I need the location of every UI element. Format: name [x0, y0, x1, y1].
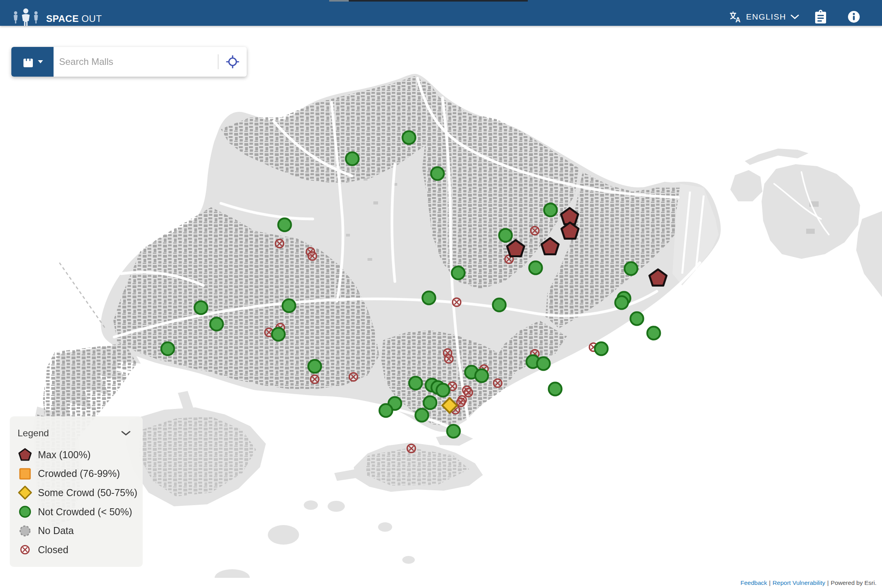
feedback-link[interactable]: Feedback — [740, 579, 767, 586]
search-widget — [11, 47, 247, 77]
mall-marker-closed[interactable] — [276, 240, 284, 248]
diamond-legend-icon — [18, 485, 32, 500]
legend-item-label: Some Crowd (50-75%) — [38, 487, 137, 498]
caret-down-icon — [38, 60, 43, 63]
info-icon — [848, 11, 860, 23]
mall-marker-not_crowded[interactable] — [647, 327, 660, 340]
mall-marker-not_crowded[interactable] — [615, 296, 628, 309]
mall-marker-not_crowded[interactable] — [499, 229, 512, 242]
chevron-down-icon — [791, 14, 799, 19]
translate-icon: A — [729, 11, 742, 23]
mall-marker-closed[interactable] — [311, 375, 319, 384]
navbar: SPACEOUT A ENGLISH — [0, 0, 882, 26]
legend-item-label: Max (100%) — [38, 449, 91, 461]
legend-item: Not Crowded (< 50%) — [18, 502, 143, 522]
mall-marker-not_crowded[interactable] — [380, 404, 393, 417]
powered-by-text: Powered by Esri. — [831, 579, 877, 586]
legend-item-label: Crowded (76-99%) — [38, 468, 120, 479]
attribution-separator: | — [769, 579, 771, 586]
search-input[interactable] — [54, 47, 218, 77]
app-title: SPACEOUT — [46, 13, 102, 27]
circle-legend-icon — [18, 504, 32, 519]
mall-marker-not_crowded[interactable] — [210, 318, 223, 331]
mall-marker-not_crowded[interactable] — [423, 292, 436, 305]
legend-item-label: Not Crowded (< 50%) — [38, 506, 132, 518]
legend-items: Max (100%)Crowded (76-99%)Some Crowd (50… — [18, 445, 143, 559]
mall-marker-not_crowded[interactable] — [346, 152, 359, 165]
language-label: ENGLISH — [746, 12, 786, 22]
mall-marker-not_crowded[interactable] — [437, 384, 450, 397]
circle-dashed-legend-icon — [18, 523, 32, 538]
closed-legend-icon — [18, 542, 32, 557]
clipboard-icon — [814, 10, 827, 24]
report-vulnerability-link[interactable]: Report Vulnerability — [773, 579, 825, 586]
people-logo-icon — [12, 7, 40, 27]
legend-item: Crowded (76-99%) — [18, 464, 143, 484]
announcements-button[interactable] — [814, 10, 827, 24]
legend-title: Legend — [18, 428, 49, 439]
mall-marker-not_crowded[interactable] — [283, 299, 296, 312]
mall-marker-not_crowded[interactable] — [544, 204, 557, 217]
legend-item-label: No Data — [38, 525, 74, 536]
mall-marker-not_crowded[interactable] — [278, 219, 291, 231]
legend-item: Max (100%) — [18, 445, 143, 464]
mall-marker-not_crowded[interactable] — [161, 342, 174, 355]
language-selector[interactable]: A ENGLISH — [729, 11, 799, 23]
legend-collapse-chevron-icon[interactable] — [121, 430, 131, 436]
mall-marker-not_crowded[interactable] — [475, 369, 488, 382]
mall-marker-closed[interactable] — [407, 445, 416, 453]
mall-marker-closed[interactable] — [457, 398, 465, 407]
app-logo: SPACEOUT — [12, 7, 102, 27]
mall-marker-closed[interactable] — [453, 298, 461, 307]
shopping-bag-icon — [22, 55, 34, 68]
top-strip-artifact — [329, 0, 528, 2]
mall-marker-not_crowded[interactable] — [272, 328, 285, 341]
mall-marker-not_crowded[interactable] — [416, 409, 428, 422]
mall-marker-not_crowded[interactable] — [403, 131, 416, 144]
info-button[interactable] — [848, 11, 860, 23]
mall-marker-not_crowded[interactable] — [625, 262, 638, 275]
mall-marker-not_crowded[interactable] — [409, 377, 422, 390]
category-dropdown-button[interactable] — [11, 47, 54, 77]
mall-marker-not_crowded[interactable] — [424, 396, 437, 409]
mall-marker-not_crowded[interactable] — [452, 267, 465, 280]
attribution-separator: | — [827, 579, 829, 586]
mall-marker-not_crowded[interactable] — [447, 425, 460, 438]
mall-marker-not_crowded[interactable] — [529, 262, 542, 274]
navbar-actions: A ENGLISH — [729, 10, 860, 24]
legend-item: Some Crowd (50-75%) — [18, 483, 143, 502]
mall-marker-not_crowded[interactable] — [308, 360, 321, 373]
legend-item-label: Closed — [38, 544, 68, 556]
mall-marker-closed[interactable] — [308, 252, 317, 260]
mall-marker-not_crowded[interactable] — [195, 301, 208, 314]
mall-marker-not_crowded[interactable] — [493, 299, 506, 312]
mall-marker-not_crowded[interactable] — [431, 167, 444, 180]
gps-locate-icon — [226, 55, 239, 68]
mall-marker-closed[interactable] — [464, 389, 473, 397]
mall-marker-closed[interactable] — [494, 379, 502, 387]
mall-marker-not_crowded[interactable] — [631, 312, 644, 325]
locate-button[interactable] — [219, 47, 247, 77]
svg-text:A: A — [735, 16, 740, 23]
legend-panel: Legend Max (100%)Crowded (76-99%)Some Cr… — [10, 416, 143, 567]
mall-marker-closed[interactable] — [445, 355, 453, 363]
square-legend-icon — [18, 466, 32, 481]
legend-item: No Data — [18, 521, 143, 540]
mall-marker-not_crowded[interactable] — [549, 383, 562, 396]
mall-marker-not_crowded[interactable] — [537, 357, 550, 370]
mall-marker-not_crowded[interactable] — [595, 342, 608, 355]
mall-marker-closed[interactable] — [350, 373, 358, 381]
mall-marker-closed[interactable] — [531, 227, 539, 235]
attribution-bar: Feedback | Report Vulnerability | Powere… — [0, 578, 882, 588]
legend-item: Closed — [18, 540, 143, 559]
pentagon-legend-icon — [18, 447, 32, 462]
